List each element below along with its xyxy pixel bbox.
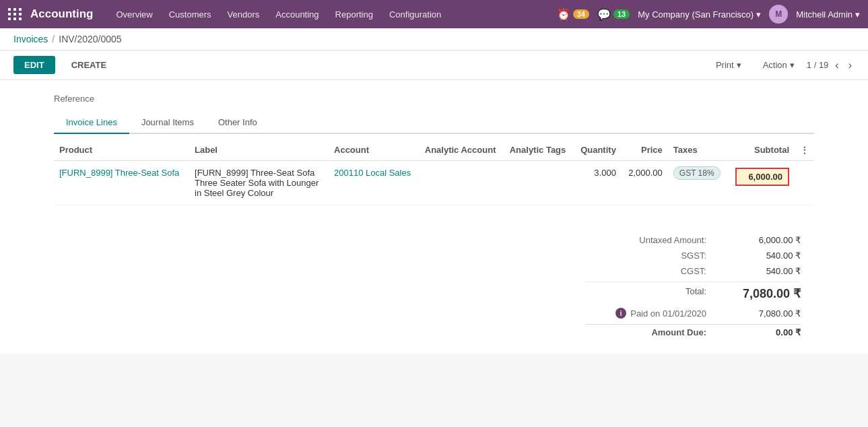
untaxed-value: 6,000.00 ₹ bbox=[733, 235, 801, 245]
col-price: Price bbox=[622, 139, 668, 161]
print-button[interactable]: Print ▾ bbox=[709, 57, 748, 73]
table-row: [FURN_8999] Three-Seat Sofa [FURN_8999] … bbox=[54, 161, 814, 205]
amount-due-value: 0.00 ₹ bbox=[733, 327, 801, 337]
breadcrumb: Invoices / INV/2020/0005 bbox=[0, 28, 868, 51]
col-actions-header: ⋮ bbox=[795, 139, 814, 161]
messages-btn[interactable]: 💬 13 bbox=[597, 8, 630, 21]
sgst-row: SGST: 540.00 ₹ bbox=[585, 248, 801, 263]
tab-invoice-lines[interactable]: Invoice Lines bbox=[54, 112, 129, 134]
breadcrumb-parent[interactable]: Invoices bbox=[13, 34, 48, 44]
cgst-label: CGST: bbox=[585, 266, 706, 276]
col-quantity: Quantity bbox=[574, 139, 622, 161]
notifications-btn[interactable]: ⏰ 34 bbox=[557, 8, 589, 21]
paid-row: i Paid on 01/01/2020 7,080.00 ₹ bbox=[585, 305, 801, 321]
row-label: [FURN_8999] Three-Seat Sofa Three Seater… bbox=[189, 161, 329, 205]
nav-accounting[interactable]: Accounting bbox=[269, 7, 325, 22]
amount-due-row: Amount Due: 0.00 ₹ bbox=[585, 324, 801, 340]
amount-due-label: Amount Due: bbox=[585, 327, 706, 337]
row-account: 200110 Local Sales bbox=[329, 161, 420, 205]
paid-value: 7,080.00 ₹ bbox=[733, 308, 801, 319]
grid-menu-icon[interactable] bbox=[8, 8, 22, 20]
edit-button[interactable]: EDIT bbox=[13, 56, 55, 74]
info-icon: i bbox=[615, 308, 626, 319]
row-quantity: 3.000 bbox=[574, 161, 622, 205]
total-label: Total: bbox=[585, 286, 706, 301]
avatar[interactable]: M bbox=[769, 5, 788, 24]
nav-configuration[interactable]: Configuration bbox=[382, 7, 448, 22]
pagination: 1 / 19 ‹ › bbox=[807, 59, 855, 71]
row-subtotal: 6,000.00 bbox=[728, 161, 795, 205]
print-chevron-icon: ▾ bbox=[737, 60, 741, 70]
summary-section: Untaxed Amount: 6,000.00 ₹ SGST: 540.00 … bbox=[54, 232, 814, 340]
sgst-value: 540.00 ₹ bbox=[733, 251, 801, 261]
messages-count: 13 bbox=[613, 9, 630, 19]
user-chevron-icon: ▾ bbox=[855, 9, 860, 20]
toolbar: EDIT CREATE Print ▾ Action ▾ 1 / 19 ‹ › bbox=[0, 51, 868, 80]
pagination-text: 1 / 19 bbox=[807, 60, 829, 70]
total-value: 7,080.00 ₹ bbox=[733, 286, 801, 301]
action-button[interactable]: Action ▾ bbox=[756, 57, 801, 73]
cgst-value: 540.00 ₹ bbox=[733, 266, 801, 276]
row-taxes: GST 18% bbox=[668, 161, 728, 205]
chevron-down-icon: ▾ bbox=[756, 9, 761, 20]
col-taxes: Taxes bbox=[668, 139, 728, 161]
summary-table: Untaxed Amount: 6,000.00 ₹ SGST: 540.00 … bbox=[585, 232, 801, 340]
nav-customers[interactable]: Customers bbox=[162, 7, 218, 22]
create-button[interactable]: CREATE bbox=[61, 56, 117, 74]
sgst-label: SGST: bbox=[585, 251, 706, 261]
reference-section: Reference bbox=[54, 88, 814, 106]
untaxed-row: Untaxed Amount: 6,000.00 ₹ bbox=[585, 232, 801, 248]
notifications-count: 34 bbox=[573, 9, 589, 19]
row-analytic-account bbox=[420, 161, 504, 205]
product-link[interactable]: [FURN_8999] Three-Seat Sofa bbox=[59, 168, 179, 178]
col-analytic-tags: Analytic Tags bbox=[504, 139, 574, 161]
col-analytic-account: Analytic Account bbox=[420, 139, 504, 161]
breadcrumb-separator: / bbox=[52, 34, 55, 44]
prev-page-button[interactable]: ‹ bbox=[832, 59, 841, 71]
untaxed-label: Untaxed Amount: bbox=[585, 235, 706, 245]
invoice-table: Product Label Account Analytic Account A… bbox=[54, 139, 814, 205]
cgst-row: CGST: 540.00 ₹ bbox=[585, 263, 801, 279]
col-label: Label bbox=[189, 139, 329, 161]
row-price: 2,000.00 bbox=[622, 161, 668, 205]
nav-overview[interactable]: Overview bbox=[110, 7, 160, 22]
more-options-icon[interactable]: ⋮ bbox=[800, 145, 809, 155]
row-analytic-tags bbox=[504, 161, 574, 205]
app-brand: Accounting bbox=[30, 7, 94, 21]
col-subtotal: Subtotal bbox=[728, 139, 795, 161]
tabs: Invoice Lines Journal Items Other Info bbox=[54, 112, 814, 134]
tab-journal-items[interactable]: Journal Items bbox=[129, 112, 206, 134]
action-chevron-icon: ▾ bbox=[790, 60, 795, 70]
toolbar-actions: Print ▾ Action ▾ bbox=[709, 57, 801, 73]
row-actions bbox=[795, 161, 814, 205]
tab-other-info[interactable]: Other Info bbox=[206, 112, 269, 134]
user-name[interactable]: Mitchell Admin ▾ bbox=[796, 9, 860, 20]
col-account: Account bbox=[329, 139, 420, 161]
reference-label: Reference bbox=[54, 94, 94, 104]
breadcrumb-current: INV/2020/0005 bbox=[59, 34, 121, 44]
nav-reporting[interactable]: Reporting bbox=[329, 7, 380, 22]
navbar-menu: Overview Customers Vendors Accounting Re… bbox=[110, 7, 557, 22]
company-selector[interactable]: My Company (San Francisco) ▾ bbox=[638, 9, 761, 20]
total-row: Total: 7,080.00 ₹ bbox=[585, 282, 801, 305]
col-product: Product bbox=[54, 139, 189, 161]
company-name: My Company (San Francisco) bbox=[638, 9, 754, 20]
top-navbar: Accounting Overview Customers Vendors Ac… bbox=[0, 0, 868, 28]
nav-vendors[interactable]: Vendors bbox=[221, 7, 267, 22]
paid-label: i Paid on 01/01/2020 bbox=[585, 308, 706, 319]
next-page-button[interactable]: › bbox=[846, 59, 855, 71]
main-content: Reference Invoice Lines Journal Items Ot… bbox=[0, 80, 868, 354]
navbar-right: ⏰ 34 💬 13 My Company (San Francisco) ▾ M… bbox=[557, 5, 860, 24]
